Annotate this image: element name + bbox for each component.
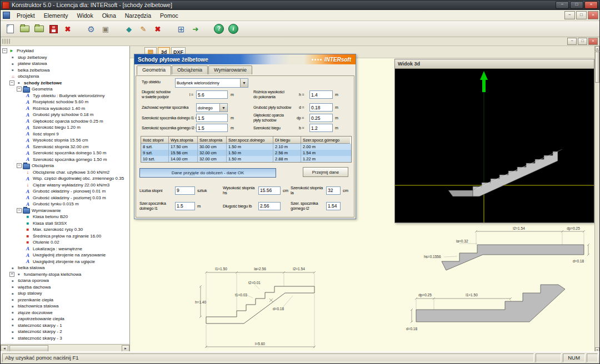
tree-item[interactable]: złącze doczołowe — [1, 310, 129, 316]
tree-item[interactable]: Typ obiektu : Budynek wielorodzinny — [1, 93, 129, 99]
tree-item[interactable]: Grubość płyty schodów 0.18 m — [1, 112, 129, 118]
view-3d-canvas[interactable] — [395, 69, 594, 223]
scroll-up-icon[interactable]: ▲ — [595, 46, 599, 51]
dialog-tab[interactable]: Obciążenia — [172, 65, 208, 74]
slab-thickness-input[interactable] — [309, 103, 333, 112]
pane-restore-button[interactable]: □ — [578, 38, 587, 45]
tree-item[interactable]: Geometria — [1, 86, 129, 93]
tree-item[interactable]: stateczność skarpy - 1 — [1, 322, 129, 329]
tree-item[interactable]: belka stalowa — [1, 265, 129, 271]
tree-item[interactable]: belka żelbetowa — [1, 67, 129, 74]
object-type-select[interactable]: Budynek wielorodzinny ▼ — [175, 78, 248, 88]
tree-item[interactable]: Uwzględnij zbrojenie na zarysowanie — [1, 252, 129, 259]
tree-item[interactable]: Wsp. części długotrwałej obc. zmiennego … — [1, 175, 129, 182]
tree-item[interactable]: stateczność skarpy - 2 — [1, 328, 129, 335]
tree-item[interactable]: Rozpiętość schodów 5.60 m — [1, 99, 129, 105]
table-row[interactable]: 10 szt. 14.00 cm 32.00 cm 1.50 m 2.88 m … — [141, 156, 351, 162]
expand-toggle-icon[interactable] — [2, 48, 7, 53]
tree-item[interactable]: Grubość okładziny - poziomej 0.03 m — [1, 195, 129, 201]
tree-item[interactable]: fundamenty-stopa kielichowa — [1, 271, 129, 278]
tree-item[interactable]: Klasa stali St3SX — [1, 220, 129, 227]
tree-item[interactable]: Wysokość stopnia 15.56 cm — [1, 137, 129, 144]
save-icon[interactable] — [47, 22, 60, 36]
result-field-input[interactable] — [326, 186, 341, 195]
table-icon[interactable]: ⊞ — [174, 22, 188, 36]
tree-item[interactable]: Przykład — [1, 48, 129, 54]
tree-item[interactable]: Ciężar własny wykładziny 22.00 kN/m3 — [1, 182, 129, 189]
tree-item[interactable]: Wymiarowanie — [1, 208, 129, 214]
tree-item[interactable]: Szerokość spocznika dolnego 1.50 m — [1, 150, 129, 156]
tree-item[interactable]: Szerokość biegu 1.20 m — [1, 124, 129, 131]
close-button[interactable]: × — [584, 1, 598, 9]
tree-item[interactable]: Grubość tynku 0.015 m — [1, 201, 129, 208]
tree-item[interactable]: Głębokość oparcia schodów 0.25 m — [1, 118, 129, 125]
result-field-input[interactable] — [258, 202, 281, 210]
flight-width-input[interactable] — [309, 124, 333, 132]
tree-item[interactable]: zapotrzebowanie ciepła — [1, 316, 129, 322]
dialog-titlebar[interactable]: Schody płytowe żelbetowe INTERsoft — [134, 54, 356, 64]
tree-item[interactable]: płatew stalowa — [1, 60, 129, 67]
vertical-scrollbar[interactable]: ▲ ▼ — [594, 46, 599, 352]
open-project-icon[interactable] — [18, 22, 31, 36]
column-header[interactable]: Szer.stopnia — [198, 136, 227, 144]
scrollbar-thumb[interactable] — [595, 52, 599, 83]
dialog-tab[interactable]: Wymiarowanie — [208, 65, 252, 74]
tree-item[interactable]: blachownica stalowa — [1, 303, 129, 310]
support-depth-input[interactable] — [309, 114, 333, 122]
tree-item[interactable]: Uwzględnij zbrojenie na ugięcie — [1, 259, 129, 265]
table-row[interactable]: 9 szt. 15.56 cm 32.00 cm 1.50 m 2.56 m 1… — [141, 150, 351, 156]
tree-item[interactable]: stateczność skarpy - 3 — [1, 335, 129, 342]
column-header[interactable]: Szer.spocz.górnego — [301, 136, 350, 144]
tree-item[interactable]: Otulenie 0.02 — [1, 239, 129, 246]
menu-item[interactable]: Projekt — [12, 11, 39, 20]
tree-item[interactable]: Ilość stopni 9 — [1, 131, 129, 138]
mdi-restore-button[interactable]: □ — [576, 11, 587, 19]
menu-item[interactable]: Narzędzia — [121, 11, 156, 20]
tree-item[interactable]: Lokalizacja : wewnętrzne — [1, 246, 129, 252]
menu-item[interactable]: Elementy — [39, 11, 73, 20]
remove-element-icon[interactable]: ✖ — [151, 22, 164, 36]
new-file-icon[interactable] — [3, 22, 17, 36]
titlebar[interactable]: Konstruktor 5.0 - Licencja dla: INTERsof… — [1, 1, 599, 10]
tree-item[interactable]: Obciążenie char. użytkowe 3.00 kN/m2 — [1, 169, 129, 176]
maximize-button[interactable]: □ — [570, 1, 583, 9]
tree-item[interactable]: więźba dachowa — [1, 284, 129, 291]
lower-landing-input[interactable] — [196, 114, 228, 122]
result-field-input[interactable] — [175, 186, 195, 195]
tree-item[interactable]: Szerokość stopnia 32.00 cm — [1, 144, 129, 150]
tree-item[interactable]: Max. szerokość rysy 0.30 — [1, 226, 129, 233]
tree-item[interactable]: słup żelbetowy — [1, 54, 129, 61]
column-header[interactable]: Wys.stopnia — [169, 136, 198, 144]
accept-data-button[interactable]: Przejmij dane — [303, 167, 348, 177]
tree-item[interactable]: Szerokość spocznika górnego 1.50 m — [1, 156, 129, 163]
tree-item[interactable]: Średnica prętów na zginanie 16.00 — [1, 233, 129, 240]
result-field-input[interactable] — [175, 202, 195, 210]
tree-item[interactable]: schody żelbetowe — [1, 80, 129, 87]
calculator-icon[interactable]: ⚙ — [84, 22, 98, 36]
delete-icon[interactable]: ✖ — [61, 22, 74, 36]
export-icon[interactable]: ➔ — [189, 22, 202, 36]
expand-toggle-icon[interactable] — [17, 208, 22, 213]
height-diff-input[interactable] — [309, 90, 333, 99]
pane-minimize-button[interactable]: − — [567, 38, 577, 45]
column-header[interactable]: Szer.spocz.dolnego — [227, 136, 273, 144]
minimize-button[interactable]: − — [556, 1, 569, 9]
tree-item[interactable]: obciążenia — [1, 73, 129, 80]
menu-item[interactable]: Pomoc — [156, 11, 183, 20]
pane-close-button[interactable]: × — [588, 38, 598, 45]
stairs-length-input[interactable] — [196, 90, 228, 99]
keep-landing-select[interactable]: dolnego ▼ — [196, 103, 228, 112]
result-field-input[interactable] — [326, 202, 341, 210]
edit-element-icon[interactable]: ✎ — [137, 22, 150, 36]
tree-item[interactable]: Różnica wysokości 1.40 m — [1, 105, 129, 112]
menu-item[interactable]: Okna — [98, 11, 121, 20]
view-3d-titlebar[interactable]: Widok 3d — [395, 59, 594, 69]
expand-toggle-icon[interactable] — [9, 80, 14, 85]
column-header[interactable]: Ilość stopni — [141, 136, 169, 144]
tree-item[interactable]: Grubość okładziny - pionowej 0.01 m — [1, 188, 129, 195]
toolbar-grip-icon[interactable] — [2, 39, 10, 44]
menu-item[interactable]: Widok — [72, 11, 97, 20]
result-field-input[interactable] — [258, 186, 281, 195]
expand-toggle-icon[interactable] — [17, 87, 22, 92]
add-element-icon[interactable]: ◆ — [122, 22, 136, 36]
